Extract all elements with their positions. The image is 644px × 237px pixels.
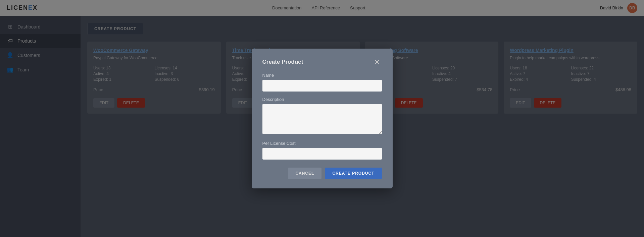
cost-label: Per License Cost — [262, 141, 382, 146]
cancel-button[interactable]: CANCEL — [288, 168, 321, 179]
name-form-group: Name — [262, 73, 382, 92]
cost-input[interactable] — [262, 148, 382, 160]
description-label: Description — [262, 97, 382, 102]
name-input[interactable] — [262, 80, 382, 92]
create-product-modal: Create Product ✕ Name Description Per Li… — [252, 49, 393, 188]
modal-header: Create Product ✕ — [262, 58, 382, 66]
description-form-group: Description — [262, 97, 382, 135]
modal-footer: CANCEL CREATE PRODUCT — [262, 168, 382, 179]
modal-title: Create Product — [262, 59, 303, 65]
modal-overlay[interactable]: Create Product ✕ Name Description Per Li… — [0, 0, 644, 237]
modal-close-button[interactable]: ✕ — [372, 58, 382, 66]
create-product-modal-button[interactable]: CREATE PRODUCT — [325, 168, 382, 179]
cost-form-group: Per License Cost — [262, 141, 382, 160]
description-textarea[interactable] — [262, 104, 382, 134]
name-label: Name — [262, 73, 382, 78]
